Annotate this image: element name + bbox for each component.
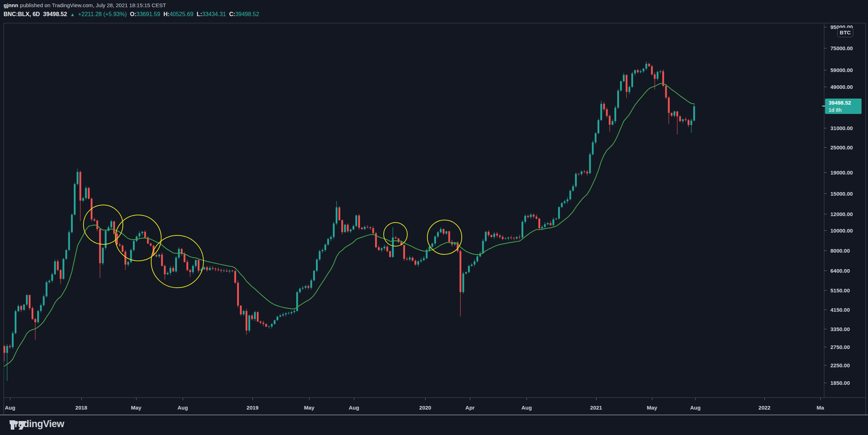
candle-body bbox=[263, 323, 264, 324]
candle-body bbox=[339, 207, 340, 220]
candle-body bbox=[127, 262, 129, 264]
candle-body bbox=[215, 269, 216, 269]
candle-body bbox=[592, 142, 594, 154]
candle-body bbox=[538, 219, 540, 228]
candle-body bbox=[26, 295, 28, 305]
candle-body bbox=[555, 219, 557, 219]
candle-body bbox=[105, 231, 106, 248]
candle-body bbox=[113, 221, 115, 234]
candle-body bbox=[603, 104, 605, 109]
candle-body bbox=[409, 258, 411, 259]
candle-body bbox=[85, 188, 87, 198]
price-tick-label: 2750.00 bbox=[830, 344, 850, 350]
candle-body bbox=[223, 271, 225, 271]
bar-countdown: 1d 8h bbox=[829, 107, 862, 113]
candle-body bbox=[384, 247, 385, 248]
candle-body bbox=[251, 315, 253, 319]
candle-body bbox=[676, 111, 678, 116]
candle-body bbox=[679, 116, 681, 121]
candle-body bbox=[4, 346, 5, 353]
symbol-status-line: BNC:BLX, 6D 39498.52 ▲ +2211.28 (+5.93%)… bbox=[4, 10, 259, 19]
price-tick-label: 2250.00 bbox=[830, 362, 850, 368]
candle-body bbox=[341, 220, 343, 232]
annotation-circle[interactable] bbox=[384, 223, 407, 246]
candle-body bbox=[45, 282, 47, 296]
unit-badge: BTC bbox=[837, 28, 853, 37]
candle-body bbox=[578, 174, 580, 174]
annotation-circle[interactable] bbox=[115, 215, 161, 261]
candle-body bbox=[110, 221, 112, 228]
candle-body bbox=[296, 292, 298, 311]
candle-body bbox=[136, 236, 138, 241]
candle-body bbox=[648, 64, 650, 66]
candle-body bbox=[57, 261, 59, 270]
chart-header: gjnnnpublished on TradingView.com, July … bbox=[4, 1, 259, 19]
time-tick-month-label: Aug bbox=[5, 405, 15, 411]
candle-body bbox=[307, 286, 309, 288]
candle-body bbox=[158, 255, 160, 257]
price-tick-label: 19000.00 bbox=[830, 169, 853, 176]
candle-body bbox=[510, 238, 512, 238]
candle-body bbox=[643, 69, 644, 71]
candle-body bbox=[248, 315, 250, 330]
candle-body bbox=[440, 229, 442, 232]
time-tick-year-label: 2018 bbox=[75, 405, 87, 411]
candle-body bbox=[302, 288, 304, 288]
candle-body bbox=[245, 311, 247, 331]
candle-body bbox=[547, 223, 548, 224]
candle-body bbox=[32, 308, 33, 319]
candle-body bbox=[673, 111, 675, 116]
candle-body bbox=[322, 250, 323, 251]
candle-body bbox=[184, 254, 186, 262]
candle-body bbox=[192, 266, 194, 272]
candle-body bbox=[366, 227, 368, 227]
candle-body bbox=[93, 219, 95, 220]
candle-body bbox=[107, 227, 109, 231]
time-axis[interactable]: Aug2018MayAug2019MayAug2020AprAug2021May… bbox=[5, 398, 824, 411]
candle-body bbox=[505, 238, 507, 239]
candle-body bbox=[412, 258, 413, 261]
candle-body bbox=[431, 244, 433, 247]
candle-body bbox=[40, 305, 42, 311]
candle-body bbox=[260, 321, 262, 322]
symbol-interval[interactable]: BNC:BLX, 6D bbox=[4, 11, 40, 18]
annotation-circle[interactable] bbox=[83, 205, 123, 244]
time-tick-month-label: May bbox=[131, 405, 142, 411]
candle-body bbox=[496, 234, 498, 235]
candle-body bbox=[229, 271, 230, 272]
candle-body bbox=[220, 270, 222, 271]
candle-body bbox=[465, 272, 467, 274]
candle-body bbox=[355, 215, 357, 226]
candle-body bbox=[369, 227, 371, 228]
candle-body bbox=[119, 245, 121, 246]
candle-body bbox=[389, 251, 391, 257]
candle-body bbox=[282, 314, 284, 315]
candle-body bbox=[665, 86, 667, 98]
tradingview-logo[interactable]: TradingView bbox=[9, 419, 64, 430]
candle-body bbox=[654, 75, 656, 79]
time-tick-month-label: Aug bbox=[521, 405, 532, 411]
tradingview-logo-icon bbox=[9, 419, 28, 431]
candle-body bbox=[386, 247, 388, 251]
candle-body bbox=[155, 255, 157, 256]
chart-canvas[interactable]: 95000.0075000.0059000.0049000.0031000.00… bbox=[0, 0, 868, 435]
candle-body bbox=[217, 269, 219, 270]
candle-body bbox=[598, 120, 599, 133]
author-username[interactable]: gjnnn bbox=[4, 2, 18, 8]
candle-body bbox=[226, 271, 227, 272]
candle-body bbox=[288, 313, 289, 313]
time-tick-year-label: 2019 bbox=[246, 405, 258, 411]
candle-body bbox=[80, 172, 81, 201]
candle-body bbox=[293, 311, 295, 312]
candle-body bbox=[198, 260, 200, 271]
price-axis[interactable]: 95000.0075000.0059000.0049000.0031000.00… bbox=[824, 24, 853, 386]
time-tick-month-label: Aug bbox=[177, 405, 188, 411]
candle-body bbox=[493, 234, 495, 237]
ma-line bbox=[4, 83, 694, 366]
candle-body bbox=[406, 259, 408, 259]
candle-body bbox=[488, 232, 489, 235]
price-tick-label: 10000.00 bbox=[830, 228, 853, 234]
candle-body bbox=[460, 251, 461, 292]
annotation-circle[interactable] bbox=[427, 220, 462, 254]
time-tick-year-label: 2020 bbox=[419, 405, 431, 411]
